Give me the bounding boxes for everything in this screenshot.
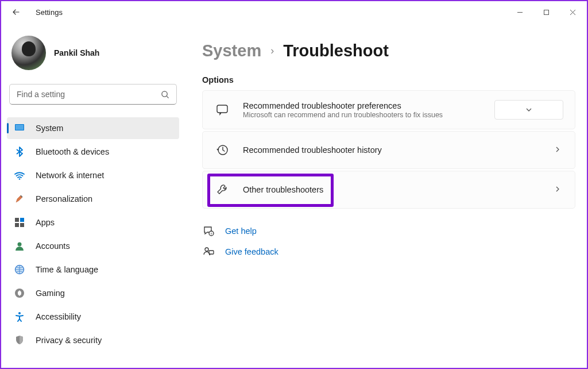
nav-list: System Bluetooth & devices Network & int… (7, 117, 179, 351)
back-button[interactable] (10, 6, 22, 18)
sidebar-item-system[interactable]: System (7, 117, 179, 139)
app-body: Pankil Shah System Bluetooth & devices N… (1, 23, 587, 368)
card-title: Recommended troubleshooter history (243, 145, 540, 155)
give-feedback-link[interactable]: Give feedback (202, 245, 575, 258)
sidebar: Pankil Shah System Bluetooth & devices N… (1, 23, 185, 368)
brush-icon (14, 193, 25, 205)
close-icon (570, 9, 576, 16)
main-content: System › Troubleshoot Options Recommende… (185, 23, 587, 368)
sidebar-item-label: Privacy & security (36, 336, 102, 345)
maximize-button[interactable] (533, 3, 559, 21)
sidebar-item-label: Gaming (36, 289, 65, 298)
svg-rect-13 (217, 105, 227, 113)
app-title: Settings (36, 8, 63, 17)
card-body: Other troubleshooters (243, 185, 540, 194)
sidebar-item-accessibility[interactable]: Accessibility (7, 306, 179, 328)
svg-rect-3 (16, 125, 24, 130)
sidebar-item-label: Time & language (36, 265, 98, 274)
link-text: Give feedback (225, 247, 278, 256)
svg-point-17 (205, 248, 208, 251)
section-title: Options (202, 75, 575, 84)
close-button[interactable] (559, 3, 586, 21)
card-subtitle: Microsoft can recommend and run troubles… (243, 111, 481, 119)
link-text: Get help (225, 226, 257, 236)
card-body: Recommended troubleshooter history (243, 145, 540, 155)
search-input[interactable] (17, 90, 161, 99)
chevron-right-icon (554, 145, 563, 155)
card-troubleshooter-history[interactable]: Recommended troubleshooter history (202, 131, 575, 169)
svg-point-12 (18, 312, 21, 314)
sidebar-item-label: Apps (36, 218, 55, 227)
svg-rect-7 (15, 223, 19, 227)
comment-icon (215, 103, 229, 117)
card-title: Recommended troubleshooter preferences (243, 101, 481, 110)
window-titlebar: Settings (1, 1, 587, 23)
gaming-icon (14, 287, 25, 299)
person-icon (14, 240, 25, 252)
feedback-icon (202, 245, 215, 258)
maximize-icon (543, 9, 550, 16)
titlebar-controls (506, 3, 586, 21)
bluetooth-icon (14, 146, 25, 157)
wifi-icon (14, 170, 25, 181)
sidebar-item-bluetooth[interactable]: Bluetooth & devices (7, 141, 179, 163)
wrench-icon (215, 183, 229, 197)
footer-links: ? Get help Give feedback (202, 225, 575, 258)
sidebar-item-label: Personalization (36, 194, 92, 203)
sidebar-item-personalization[interactable]: Personalization (7, 188, 179, 210)
apps-icon (14, 217, 25, 228)
svg-rect-8 (20, 223, 24, 227)
sidebar-item-apps[interactable]: Apps (7, 212, 179, 233)
sidebar-item-privacy[interactable]: Privacy & security (7, 329, 179, 351)
svg-rect-5 (15, 218, 19, 222)
breadcrumb-parent[interactable]: System (202, 41, 261, 60)
shield-icon (14, 335, 25, 346)
card-other-troubleshooters[interactable]: Other troubleshooters (202, 171, 575, 209)
sidebar-item-label: Network & internet (36, 171, 104, 180)
svg-point-4 (19, 178, 21, 180)
search-icon (161, 90, 169, 99)
svg-point-9 (18, 243, 22, 247)
sidebar-item-label: Bluetooth & devices (36, 147, 109, 156)
svg-rect-6 (20, 218, 24, 222)
system-icon (14, 122, 25, 134)
card-title: Other troubleshooters (243, 185, 540, 194)
chevron-down-icon (525, 106, 532, 113)
svg-point-1 (162, 91, 167, 96)
breadcrumb: System › Troubleshoot (202, 41, 575, 60)
titlebar-left: Settings (10, 6, 63, 18)
user-name: Pankil Shah (54, 48, 99, 57)
minimize-icon (517, 9, 523, 16)
sidebar-item-network[interactable]: Network & internet (7, 164, 179, 186)
arrow-left-icon (11, 7, 21, 17)
history-icon (215, 143, 229, 157)
get-help-link[interactable]: ? Get help (202, 225, 575, 237)
user-section[interactable]: Pankil Shah (7, 32, 179, 84)
card-recommended-preferences[interactable]: Recommended troubleshooter preferences M… (202, 90, 575, 129)
cards-list: Recommended troubleshooter preferences M… (202, 90, 575, 209)
chevron-right-icon: › (270, 45, 274, 57)
avatar (11, 36, 46, 70)
sidebar-item-label: Accounts (36, 241, 70, 251)
preferences-dropdown[interactable] (494, 100, 563, 120)
search-box[interactable] (9, 84, 177, 105)
sidebar-item-label: System (36, 124, 63, 133)
svg-rect-0 (544, 10, 548, 14)
chevron-right-icon (554, 184, 563, 195)
sidebar-item-accounts[interactable]: Accounts (7, 235, 179, 257)
sidebar-item-label: Accessibility (36, 312, 81, 321)
minimize-button[interactable] (506, 3, 533, 21)
sidebar-item-gaming[interactable]: Gaming (7, 282, 179, 304)
globe-icon (14, 264, 25, 275)
sidebar-item-time-language[interactable]: Time & language (7, 259, 179, 280)
breadcrumb-current: Troubleshoot (283, 41, 389, 60)
help-icon: ? (202, 225, 215, 237)
card-body: Recommended troubleshooter preferences M… (243, 101, 481, 119)
accessibility-icon (14, 311, 25, 322)
